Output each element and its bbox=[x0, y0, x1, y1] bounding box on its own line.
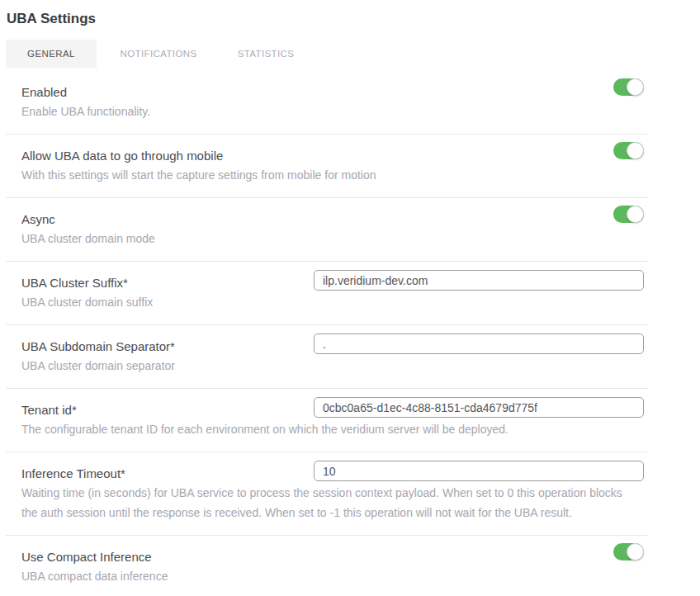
page-title: UBA Settings bbox=[7, 10, 648, 28]
setting-row: Inference Timeout* Waiting time (in seco… bbox=[6, 452, 648, 536]
setting-label: Allow UBA data to go through mobile bbox=[21, 147, 648, 165]
toggle-knob bbox=[627, 142, 644, 159]
setting-text-input[interactable] bbox=[314, 461, 644, 481]
toggle-switch[interactable] bbox=[613, 206, 644, 223]
setting-description: Enable UBA functionality. bbox=[21, 102, 636, 121]
setting-row: Async UBA cluster domain mode bbox=[6, 198, 648, 262]
setting-text-input[interactable] bbox=[314, 397, 644, 418]
tab-bar: GENERAL NOTIFICATIONS STATISTICS bbox=[6, 40, 648, 68]
setting-description: With this settings will start the captur… bbox=[21, 165, 636, 185]
toggle-knob bbox=[627, 206, 644, 223]
setting-description: UBA compact data inference bbox=[21, 566, 636, 586]
setting-row: Use Compact Inference UBA compact data i… bbox=[6, 536, 648, 596]
toggle-knob bbox=[627, 543, 644, 561]
settings-list: Enabled Enable UBA functionality. Allow … bbox=[6, 71, 648, 596]
uba-settings-page: UBA Settings GENERAL NOTIFICATIONS STATI… bbox=[0, 0, 700, 596]
setting-text-input[interactable] bbox=[314, 270, 644, 291]
setting-label: Use Compact Inference bbox=[21, 548, 648, 566]
setting-row: Enabled Enable UBA functionality. bbox=[6, 71, 648, 135]
toggle-switch[interactable] bbox=[613, 142, 644, 159]
setting-label: Enabled bbox=[21, 83, 648, 102]
toggle-switch[interactable] bbox=[613, 78, 644, 96]
toggle-knob bbox=[627, 78, 644, 96]
setting-description: Waiting time (in seconds) for UBA servic… bbox=[21, 483, 636, 523]
toggle-switch[interactable] bbox=[613, 543, 644, 561]
tab-general[interactable]: GENERAL bbox=[6, 40, 97, 68]
setting-description: UBA cluster domain suffix bbox=[21, 292, 636, 312]
tab-notifications[interactable]: NOTIFICATIONS bbox=[113, 40, 204, 68]
setting-row: Tenant id* The configurable tenant ID fo… bbox=[6, 389, 648, 452]
setting-description: UBA cluster domain mode bbox=[21, 229, 636, 248]
setting-description: The configurable tenant ID for each envi… bbox=[21, 419, 636, 439]
setting-description: UBA cluster domain separator bbox=[21, 356, 636, 376]
setting-row: UBA Subdomain Separator* UBA cluster dom… bbox=[6, 325, 648, 389]
setting-row: Allow UBA data to go through mobile With… bbox=[6, 135, 648, 198]
tab-statistics[interactable]: STATISTICS bbox=[220, 40, 311, 68]
setting-text-input[interactable] bbox=[314, 333, 644, 354]
setting-label: Async bbox=[21, 210, 648, 229]
setting-row: UBA Cluster Suffix* UBA cluster domain s… bbox=[6, 262, 648, 325]
